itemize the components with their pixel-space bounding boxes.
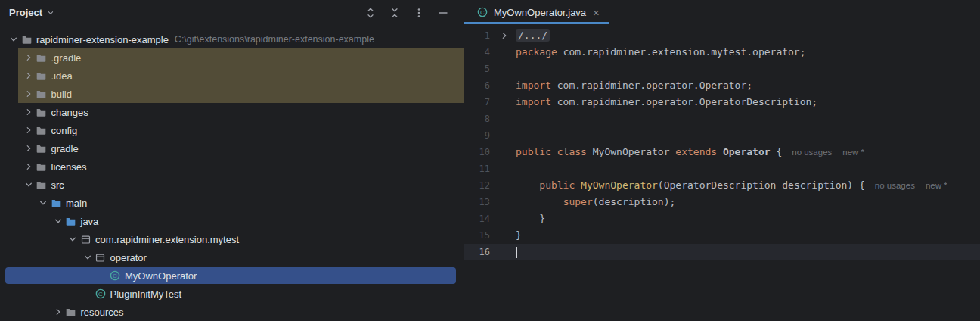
editor-line-6[interactable]: 6import com.rapidminer.operator.Operator… bbox=[464, 77, 980, 94]
code-line-content[interactable] bbox=[516, 127, 980, 144]
indent-spacer bbox=[82, 288, 94, 300]
code-line-content[interactable]: import com.rapidminer.operator.Operator; bbox=[516, 77, 980, 94]
chevron-down-icon[interactable] bbox=[67, 233, 79, 245]
code-line-content[interactable] bbox=[516, 111, 980, 127]
chevron-down-icon[interactable] bbox=[23, 179, 35, 191]
code-line-content[interactable] bbox=[516, 244, 980, 260]
tree-item-src[interactable]: src bbox=[0, 176, 464, 194]
editor-line-10[interactable]: 10public class MyOwnOperator extends Ope… bbox=[464, 144, 980, 160]
inlay-hint[interactable]: new * bbox=[926, 181, 947, 190]
code-token: OperatorDescription bbox=[664, 179, 783, 191]
code-token: super bbox=[563, 196, 593, 207]
folder-icon bbox=[36, 124, 48, 136]
tree-item-changes[interactable]: changes bbox=[0, 103, 464, 121]
code-token: ( bbox=[658, 179, 664, 191]
code-token: com.rapidminer.operator.Operator; bbox=[557, 79, 752, 91]
tree-item-label: resources bbox=[81, 307, 124, 318]
editor-line-15[interactable]: 15} bbox=[464, 227, 980, 244]
code-token: package bbox=[516, 46, 563, 58]
tree-item-gradle[interactable]: gradle bbox=[0, 139, 464, 157]
line-number: 9 bbox=[464, 127, 490, 144]
chevron-right-icon[interactable] bbox=[23, 142, 35, 154]
inlay-hint[interactable]: no usages bbox=[875, 181, 915, 190]
editor-line-4[interactable]: 4package com.rapidminer.extension.mytest… bbox=[464, 44, 980, 61]
chevron-down-icon[interactable] bbox=[37, 197, 49, 209]
chevron-down-icon[interactable] bbox=[52, 215, 64, 227]
indent-spacer bbox=[96, 270, 108, 282]
fold-gutter bbox=[490, 127, 516, 144]
editor-line-13[interactable]: 13 super(description); bbox=[464, 194, 980, 210]
expand-all-icon[interactable] bbox=[362, 5, 379, 21]
editor-line-5[interactable]: 5 bbox=[464, 61, 980, 77]
chevron-down-icon[interactable] bbox=[8, 33, 20, 45]
code-token: (description); bbox=[593, 196, 676, 207]
code-line-content[interactable]: super(description); bbox=[516, 194, 980, 210]
chevron-right-icon[interactable] bbox=[23, 124, 35, 136]
line-number: 15 bbox=[464, 227, 490, 244]
tree-item-licenses[interactable]: licenses bbox=[0, 157, 464, 176]
hide-panel-icon[interactable] bbox=[435, 5, 451, 21]
inlay-hint[interactable]: no usages bbox=[792, 148, 832, 157]
chevron-right-icon[interactable] bbox=[23, 160, 35, 173]
project-panel-header: Project bbox=[0, 0, 464, 25]
tree-item-rapidminer-extension-example[interactable]: rapidminer-extension-exampleC:\git\exten… bbox=[0, 30, 464, 48]
code-line-content[interactable]: /.../ bbox=[516, 27, 980, 44]
fold-marker-icon[interactable] bbox=[490, 27, 516, 44]
tree-item-label: java bbox=[81, 216, 99, 227]
tree-item-myownoperator[interactable]: CMyOwnOperator bbox=[0, 266, 464, 285]
chevron-right-icon[interactable] bbox=[23, 88, 35, 100]
fold-gutter bbox=[490, 227, 516, 244]
tree-item-operator[interactable]: operator bbox=[0, 248, 464, 266]
inlay-hint[interactable]: new * bbox=[842, 148, 864, 157]
tree-item-com-rapidminer-extension-mytest[interactable]: com.rapidminer.extension.mytest bbox=[0, 230, 464, 248]
chevron-down-icon[interactable] bbox=[82, 251, 94, 263]
code-token: Operator bbox=[723, 146, 776, 157]
code-line-content[interactable]: public MyOwnOperator(OperatorDescription… bbox=[516, 177, 980, 194]
tree-item-build[interactable]: build bbox=[0, 85, 464, 103]
code-line-content[interactable]: package com.rapidminer.extension.mytest.… bbox=[516, 44, 980, 61]
editor-line-16[interactable]: 16 bbox=[464, 244, 980, 260]
editor-line-9[interactable]: 9 bbox=[464, 127, 980, 144]
tree-item-plugininitmytest[interactable]: CPluginInitMyTest bbox=[0, 285, 464, 303]
code-line-content[interactable]: } bbox=[516, 210, 980, 227]
package-icon bbox=[95, 251, 107, 263]
code-line-content[interactable]: } bbox=[516, 227, 980, 244]
tree-item-config[interactable]: config bbox=[0, 121, 464, 139]
tree-item-label: PluginInitMyTest bbox=[110, 288, 182, 300]
project-tree: rapidminer-extension-exampleC:\git\exten… bbox=[0, 25, 464, 321]
code-line-content[interactable] bbox=[516, 61, 980, 77]
fold-gutter bbox=[490, 61, 516, 77]
editor-line-14[interactable]: 14 } bbox=[464, 210, 980, 227]
code-line-content[interactable] bbox=[516, 160, 980, 177]
tree-item-gradle[interactable]: .gradle bbox=[0, 48, 464, 67]
close-icon[interactable]: × bbox=[593, 7, 600, 18]
tree-item-idea[interactable]: .idea bbox=[0, 67, 464, 85]
chevron-down-icon[interactable] bbox=[46, 8, 55, 17]
tree-item-label: src bbox=[51, 179, 64, 191]
chevron-right-icon[interactable] bbox=[52, 306, 64, 318]
editor-tab-myownoperator[interactable]: C MyOwnOperator.java × bbox=[464, 0, 609, 24]
fold-gutter bbox=[490, 94, 516, 111]
project-panel-actions bbox=[362, 5, 456, 21]
chevron-right-icon[interactable] bbox=[23, 70, 35, 82]
editor-line-11[interactable]: 11 bbox=[464, 160, 980, 177]
code-line-content[interactable]: public class MyOwnOperator extends Opera… bbox=[516, 144, 980, 160]
tab-label: MyOwnOperator.java bbox=[494, 7, 586, 18]
collapse-all-icon[interactable] bbox=[386, 5, 403, 21]
tree-item-main[interactable]: main bbox=[0, 194, 464, 212]
chevron-right-icon[interactable] bbox=[23, 106, 35, 118]
editor-line-1[interactable]: 1/.../ bbox=[464, 27, 980, 44]
editor-line-8[interactable]: 8 bbox=[464, 111, 980, 127]
line-number: 5 bbox=[464, 61, 490, 77]
folder-icon bbox=[20, 33, 33, 45]
project-panel-title[interactable]: Project bbox=[9, 7, 42, 18]
tree-item-resources[interactable]: resources bbox=[0, 303, 464, 321]
more-options-icon[interactable] bbox=[411, 5, 427, 21]
code-token: public bbox=[539, 179, 581, 191]
editor-line-7[interactable]: 7import com.rapidminer.operator.Operator… bbox=[464, 94, 980, 111]
tree-item-java[interactable]: java bbox=[0, 212, 464, 230]
tree-item-label: build bbox=[51, 89, 72, 100]
editor-line-12[interactable]: 12 public MyOwnOperator(OperatorDescript… bbox=[464, 177, 980, 194]
chevron-right-icon[interactable] bbox=[23, 51, 35, 64]
code-line-content[interactable]: import com.rapidminer.operator.OperatorD… bbox=[516, 94, 980, 111]
